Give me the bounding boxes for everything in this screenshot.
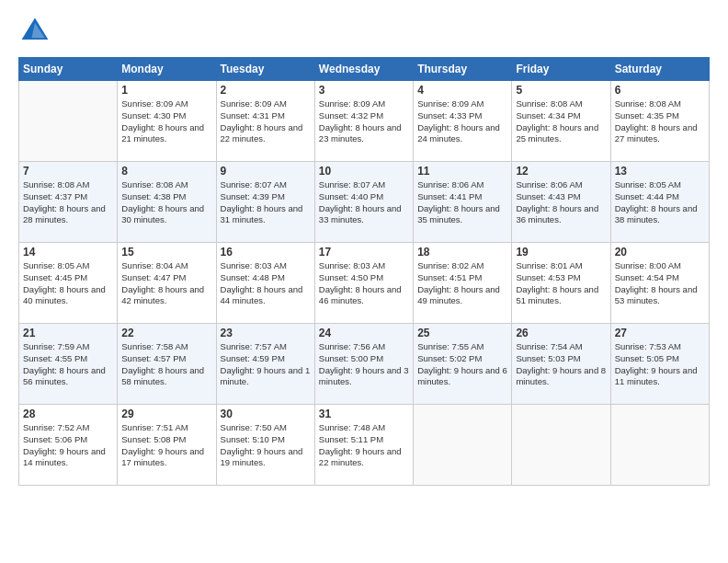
day-number: 2 xyxy=(221,84,311,97)
day-info: Sunrise: 7:52 AMSunset: 5:06 PMDaylight:… xyxy=(23,422,113,469)
page: SundayMondayTuesdayWednesdayThursdayFrid… xyxy=(0,0,728,563)
day-number: 5 xyxy=(516,84,606,97)
day-info: Sunrise: 7:51 AMSunset: 5:08 PMDaylight:… xyxy=(121,422,211,469)
day-number: 29 xyxy=(121,408,211,420)
day-number: 22 xyxy=(121,327,211,339)
calendar-header-saturday: Saturday xyxy=(610,58,709,81)
day-number: 17 xyxy=(319,246,409,259)
calendar-cell xyxy=(610,405,709,486)
day-info: Sunrise: 7:56 AMSunset: 5:00 PMDaylight:… xyxy=(319,341,409,388)
day-info: Sunrise: 8:03 AMSunset: 4:48 PMDaylight:… xyxy=(221,260,311,307)
calendar-header-row: SundayMondayTuesdayWednesdayThursdayFrid… xyxy=(19,58,710,81)
day-info: Sunrise: 7:50 AMSunset: 5:10 PMDaylight:… xyxy=(221,422,311,469)
day-number: 23 xyxy=(221,327,311,339)
day-number: 18 xyxy=(417,246,507,259)
day-number: 30 xyxy=(221,408,311,420)
calendar-cell xyxy=(19,81,118,162)
day-info: Sunrise: 8:00 AMSunset: 4:54 PMDaylight:… xyxy=(615,260,705,307)
calendar-cell: 14Sunrise: 8:05 AMSunset: 4:45 PMDayligh… xyxy=(19,243,118,324)
day-number: 7 xyxy=(23,165,113,178)
day-info: Sunrise: 8:05 AMSunset: 4:44 PMDaylight:… xyxy=(615,179,705,226)
calendar-cell: 10Sunrise: 8:07 AMSunset: 4:40 PMDayligh… xyxy=(314,162,413,243)
day-number: 16 xyxy=(221,246,311,259)
calendar-cell: 26Sunrise: 7:54 AMSunset: 5:03 PMDayligh… xyxy=(512,324,610,405)
day-info: Sunrise: 7:48 AMSunset: 5:11 PMDaylight:… xyxy=(319,422,409,469)
calendar-cell: 25Sunrise: 7:55 AMSunset: 5:02 PMDayligh… xyxy=(414,324,512,405)
day-number: 8 xyxy=(121,165,211,178)
day-info: Sunrise: 8:03 AMSunset: 4:50 PMDaylight:… xyxy=(319,260,409,307)
day-info: Sunrise: 8:08 AMSunset: 4:35 PMDaylight:… xyxy=(615,98,705,145)
day-number: 31 xyxy=(319,408,409,420)
day-number: 19 xyxy=(516,246,606,259)
calendar-cell: 27Sunrise: 7:53 AMSunset: 5:05 PMDayligh… xyxy=(610,324,709,405)
day-number: 10 xyxy=(319,165,409,178)
calendar-cell: 30Sunrise: 7:50 AMSunset: 5:10 PMDayligh… xyxy=(216,405,314,486)
day-info: Sunrise: 7:59 AMSunset: 4:55 PMDaylight:… xyxy=(23,341,113,388)
day-number: 3 xyxy=(319,84,409,97)
logo-icon xyxy=(18,15,51,48)
day-number: 12 xyxy=(516,165,606,178)
calendar-cell: 29Sunrise: 7:51 AMSunset: 5:08 PMDayligh… xyxy=(118,405,216,486)
day-number: 24 xyxy=(319,327,409,339)
calendar-week-row: 7Sunrise: 8:08 AMSunset: 4:37 PMDaylight… xyxy=(19,162,710,243)
calendar-week-row: 21Sunrise: 7:59 AMSunset: 4:55 PMDayligh… xyxy=(19,324,710,405)
calendar-week-row: 1Sunrise: 8:09 AMSunset: 4:30 PMDaylight… xyxy=(19,81,710,162)
day-number: 13 xyxy=(615,165,705,178)
day-number: 20 xyxy=(615,246,705,259)
day-info: Sunrise: 8:09 AMSunset: 4:33 PMDaylight:… xyxy=(417,98,507,145)
calendar-cell: 23Sunrise: 7:57 AMSunset: 4:59 PMDayligh… xyxy=(216,324,314,405)
calendar-header-friday: Friday xyxy=(512,58,610,81)
day-info: Sunrise: 7:53 AMSunset: 5:05 PMDaylight:… xyxy=(615,341,705,388)
day-number: 27 xyxy=(615,327,705,339)
calendar-cell: 18Sunrise: 8:02 AMSunset: 4:51 PMDayligh… xyxy=(414,243,512,324)
day-info: Sunrise: 8:08 AMSunset: 4:34 PMDaylight:… xyxy=(516,98,606,145)
calendar-cell: 15Sunrise: 8:04 AMSunset: 4:47 PMDayligh… xyxy=(118,243,216,324)
calendar-cell: 31Sunrise: 7:48 AMSunset: 5:11 PMDayligh… xyxy=(314,405,413,486)
calendar-cell: 11Sunrise: 8:06 AMSunset: 4:41 PMDayligh… xyxy=(414,162,512,243)
day-number: 15 xyxy=(121,246,211,259)
calendar-cell: 24Sunrise: 7:56 AMSunset: 5:00 PMDayligh… xyxy=(314,324,413,405)
day-info: Sunrise: 8:06 AMSunset: 4:41 PMDaylight:… xyxy=(417,179,507,226)
day-info: Sunrise: 8:09 AMSunset: 4:32 PMDaylight:… xyxy=(319,98,409,145)
calendar-cell: 6Sunrise: 8:08 AMSunset: 4:35 PMDaylight… xyxy=(610,81,709,162)
calendar-header-thursday: Thursday xyxy=(414,58,512,81)
calendar-cell: 16Sunrise: 8:03 AMSunset: 4:48 PMDayligh… xyxy=(216,243,314,324)
calendar-cell: 1Sunrise: 8:09 AMSunset: 4:30 PMDaylight… xyxy=(118,81,216,162)
day-number: 11 xyxy=(417,165,507,178)
logo xyxy=(18,15,55,48)
day-info: Sunrise: 8:02 AMSunset: 4:51 PMDaylight:… xyxy=(417,260,507,307)
day-info: Sunrise: 8:07 AMSunset: 4:40 PMDaylight:… xyxy=(319,179,409,226)
calendar-header-sunday: Sunday xyxy=(19,58,118,81)
day-info: Sunrise: 8:06 AMSunset: 4:43 PMDaylight:… xyxy=(516,179,606,226)
day-info: Sunrise: 8:09 AMSunset: 4:30 PMDaylight:… xyxy=(121,98,211,145)
calendar-table: SundayMondayTuesdayWednesdayThursdayFrid… xyxy=(18,57,710,486)
calendar-cell: 22Sunrise: 7:58 AMSunset: 4:57 PMDayligh… xyxy=(118,324,216,405)
day-info: Sunrise: 8:09 AMSunset: 4:31 PMDaylight:… xyxy=(221,98,311,145)
day-number: 6 xyxy=(615,84,705,97)
calendar-cell: 4Sunrise: 8:09 AMSunset: 4:33 PMDaylight… xyxy=(414,81,512,162)
calendar-header-tuesday: Tuesday xyxy=(216,58,314,81)
day-info: Sunrise: 7:58 AMSunset: 4:57 PMDaylight:… xyxy=(121,341,211,388)
calendar-cell: 2Sunrise: 8:09 AMSunset: 4:31 PMDaylight… xyxy=(216,81,314,162)
day-number: 9 xyxy=(221,165,311,178)
calendar-week-row: 14Sunrise: 8:05 AMSunset: 4:45 PMDayligh… xyxy=(19,243,710,324)
calendar-cell: 9Sunrise: 8:07 AMSunset: 4:39 PMDaylight… xyxy=(216,162,314,243)
header xyxy=(18,15,710,48)
calendar-week-row: 28Sunrise: 7:52 AMSunset: 5:06 PMDayligh… xyxy=(19,405,710,486)
day-number: 21 xyxy=(23,327,113,339)
day-info: Sunrise: 8:08 AMSunset: 4:38 PMDaylight:… xyxy=(121,179,211,226)
calendar-cell: 3Sunrise: 8:09 AMSunset: 4:32 PMDaylight… xyxy=(314,81,413,162)
calendar-cell: 19Sunrise: 8:01 AMSunset: 4:53 PMDayligh… xyxy=(512,243,610,324)
day-info: Sunrise: 8:01 AMSunset: 4:53 PMDaylight:… xyxy=(516,260,606,307)
calendar-cell: 12Sunrise: 8:06 AMSunset: 4:43 PMDayligh… xyxy=(512,162,610,243)
calendar-cell: 5Sunrise: 8:08 AMSunset: 4:34 PMDaylight… xyxy=(512,81,610,162)
day-number: 14 xyxy=(23,246,113,259)
day-info: Sunrise: 7:54 AMSunset: 5:03 PMDaylight:… xyxy=(516,341,606,388)
calendar-cell: 8Sunrise: 8:08 AMSunset: 4:38 PMDaylight… xyxy=(118,162,216,243)
day-info: Sunrise: 7:57 AMSunset: 4:59 PMDaylight:… xyxy=(221,341,311,388)
calendar-header-wednesday: Wednesday xyxy=(314,58,413,81)
calendar-cell: 13Sunrise: 8:05 AMSunset: 4:44 PMDayligh… xyxy=(610,162,709,243)
calendar-cell xyxy=(512,405,610,486)
calendar-cell: 7Sunrise: 8:08 AMSunset: 4:37 PMDaylight… xyxy=(19,162,118,243)
calendar-cell xyxy=(414,405,512,486)
